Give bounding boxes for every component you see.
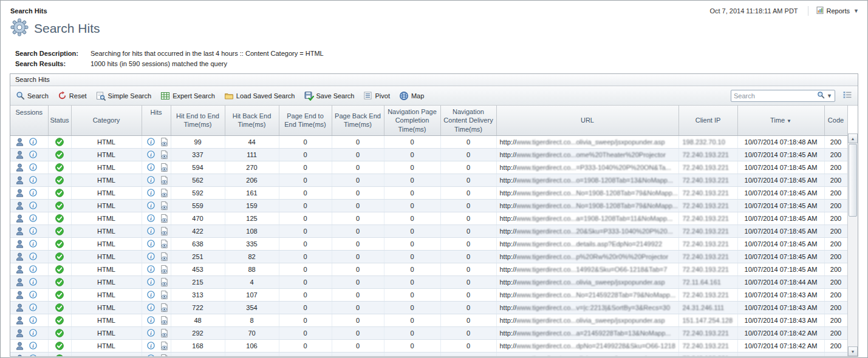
- table-row[interactable]: iHTMLi3371110000http://www.tigerdirect.c…: [10, 148, 847, 161]
- user-session-icon[interactable]: [15, 214, 24, 223]
- vertical-scrollbar[interactable]: ▲ ▼: [847, 133, 858, 356]
- session-info-icon[interactable]: i: [29, 138, 37, 146]
- column-header-url[interactable]: URL: [496, 106, 678, 135]
- column-header-sessions[interactable]: Sessions: [10, 106, 48, 135]
- load-saved-search-button[interactable]: Load Saved Search: [224, 91, 295, 101]
- hit-info-icon[interactable]: i: [147, 329, 155, 337]
- session-info-icon[interactable]: i: [29, 240, 37, 248]
- hit-detail-icon[interactable]: [160, 265, 169, 274]
- session-info-icon[interactable]: i: [29, 316, 37, 324]
- hit-info-icon[interactable]: i: [147, 176, 155, 184]
- user-session-icon[interactable]: [15, 265, 24, 274]
- session-info-icon[interactable]: i: [29, 189, 37, 197]
- column-header-category[interactable]: Category: [71, 106, 142, 135]
- session-info-icon[interactable]: i: [29, 150, 37, 158]
- hit-detail-icon[interactable]: [160, 214, 169, 223]
- column-header-status[interactable]: Status: [48, 106, 71, 135]
- user-session-icon[interactable]: [15, 175, 24, 185]
- search-button[interactable]: Search: [16, 91, 49, 100]
- hit-detail-icon[interactable]: [160, 188, 169, 198]
- session-info-icon[interactable]: i: [29, 163, 37, 171]
- table-row[interactable]: iHTMLi5591590000http://www.tigerdirect.c…: [10, 199, 847, 212]
- column-header-time[interactable]: Time ▼: [737, 106, 824, 135]
- session-info-icon[interactable]: i: [29, 278, 37, 286]
- scrollbar-thumb[interactable]: [849, 144, 857, 217]
- table-row[interactable]: iHTMLi6383350000http://www.tigerdirect.c…: [10, 237, 847, 250]
- hit-info-icon[interactable]: i: [147, 316, 155, 324]
- user-session-icon[interactable]: [15, 316, 24, 325]
- hit-info-icon[interactable]: i: [147, 303, 155, 311]
- table-row[interactable]: iHTMLi2541180000http://www.tigerdirect.c…: [10, 352, 847, 356]
- hit-detail-icon[interactable]: [160, 150, 169, 160]
- column-header-page_back[interactable]: Page Back End Time(ms): [332, 106, 384, 135]
- hit-detail-icon[interactable]: [160, 328, 169, 338]
- table-row[interactable]: iHTMLi5921610000http://www.tigerdirect.c…: [10, 186, 847, 199]
- hit-info-icon[interactable]: i: [147, 291, 155, 299]
- hit-info-icon[interactable]: i: [147, 163, 155, 171]
- session-info-icon[interactable]: i: [29, 265, 37, 273]
- pivot-button[interactable]: Pivot: [363, 91, 389, 100]
- table-row[interactable]: iHTMLi4701250000http://www.tigerdirect.c…: [10, 212, 847, 225]
- session-info-icon[interactable]: i: [29, 291, 37, 299]
- search-options-chevron-icon[interactable]: ▼: [827, 93, 832, 99]
- user-session-icon[interactable]: [15, 226, 24, 236]
- user-session-icon[interactable]: [15, 201, 24, 211]
- filter-search-input[interactable]: [734, 92, 817, 100]
- hit-detail-icon[interactable]: [160, 277, 169, 287]
- user-session-icon[interactable]: [15, 137, 24, 147]
- scroll-down-button[interactable]: ▼: [848, 346, 858, 356]
- simple-search-button[interactable]: Simple Search: [96, 91, 152, 101]
- hit-detail-icon[interactable]: [160, 341, 169, 351]
- hit-detail-icon[interactable]: [160, 354, 169, 356]
- session-info-icon[interactable]: i: [29, 329, 37, 337]
- table-row[interactable]: iHTMLi4221080000http://www.tigerdirect.c…: [10, 225, 847, 237]
- hit-info-icon[interactable]: i: [147, 189, 155, 197]
- column-header-client_ip[interactable]: Client IP: [678, 106, 737, 135]
- column-header-hit_e2e[interactable]: Hit End to End Time(ms): [171, 106, 225, 135]
- scroll-up-button[interactable]: ▲: [848, 133, 858, 143]
- table-row[interactable]: iHTMLi292700000http://www.tigerdirect.co…: [10, 326, 847, 339]
- session-info-icon[interactable]: i: [29, 214, 37, 222]
- table-row[interactable]: iHTMLi21540000http://www.tigerdirect.co.…: [10, 275, 847, 288]
- session-info-icon[interactable]: i: [29, 342, 37, 350]
- hit-detail-icon[interactable]: [160, 137, 169, 147]
- column-header-page_e2e[interactable]: Page End to End Time(ms): [279, 106, 332, 135]
- table-row[interactable]: iHTMLi3131070000http://www.tigerdirect.c…: [10, 288, 847, 301]
- hit-info-icon[interactable]: i: [147, 227, 155, 235]
- hit-detail-icon[interactable]: [160, 290, 169, 300]
- table-row[interactable]: iHTMLi5942700000http://www.tigerdirect.c…: [10, 161, 847, 174]
- user-session-icon[interactable]: [15, 290, 24, 300]
- user-session-icon[interactable]: [15, 341, 24, 351]
- hit-info-icon[interactable]: i: [147, 240, 155, 248]
- session-info-icon[interactable]: i: [29, 252, 37, 260]
- hit-info-icon[interactable]: i: [147, 201, 155, 209]
- user-session-icon[interactable]: [15, 277, 24, 287]
- table-row[interactable]: iHTMLi4880000http://www.tigerdirect.co..…: [10, 314, 847, 326]
- user-session-icon[interactable]: [15, 188, 24, 198]
- search-icon[interactable]: [817, 90, 825, 101]
- table-row[interactable]: iHTMLi1681060000http://www.tigerdirect.c…: [10, 339, 847, 352]
- column-header-code[interactable]: Code: [824, 106, 847, 135]
- session-info-icon[interactable]: i: [29, 354, 37, 356]
- user-session-icon[interactable]: [15, 354, 24, 356]
- hit-info-icon[interactable]: i: [147, 342, 155, 350]
- table-row[interactable]: iHTMLi5622060000http://www.tigerdirect.c…: [10, 174, 847, 186]
- reports-menu[interactable]: Reports ▼: [808, 6, 859, 16]
- column-chooser-icon[interactable]: [842, 90, 852, 102]
- hit-detail-icon[interactable]: [160, 226, 169, 236]
- reset-button[interactable]: Reset: [58, 91, 87, 100]
- table-row[interactable]: iHTMLi7223540000http://www.tigerdirect.c…: [10, 301, 847, 314]
- column-header-nav_cd[interactable]: Navigation Content Delivery Time(ms): [440, 106, 496, 135]
- user-session-icon[interactable]: [15, 239, 24, 249]
- hit-detail-icon[interactable]: [160, 316, 169, 325]
- session-info-icon[interactable]: i: [29, 227, 37, 235]
- table-row[interactable]: iHTMLi453880000http://www.tigerdirect.co…: [10, 263, 847, 275]
- hit-info-icon[interactable]: i: [147, 138, 155, 146]
- table-row[interactable]: iHTMLi99440000http://www.tigerdirect.co.…: [10, 135, 847, 148]
- table-row[interactable]: iHTMLi251820000http://www.tigerdirect.co…: [10, 250, 847, 263]
- hit-info-icon[interactable]: i: [147, 278, 155, 286]
- expert-search-button[interactable]: Expert Search: [160, 91, 215, 101]
- session-info-icon[interactable]: i: [29, 201, 37, 209]
- user-session-icon[interactable]: [15, 163, 24, 172]
- hit-info-icon[interactable]: i: [147, 265, 155, 273]
